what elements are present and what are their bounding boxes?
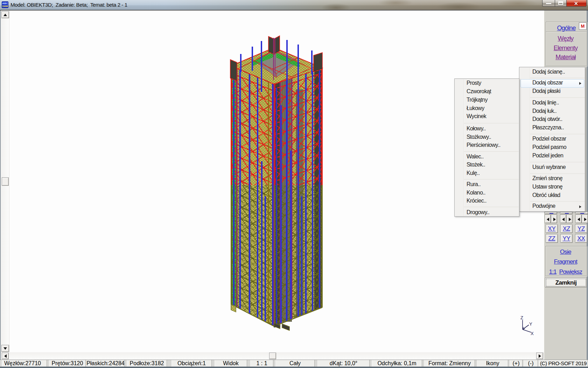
svg-text:Y: Y [529,321,532,327]
svg-text:Z: Z [520,315,523,320]
svg-text:X: X [531,331,534,336]
